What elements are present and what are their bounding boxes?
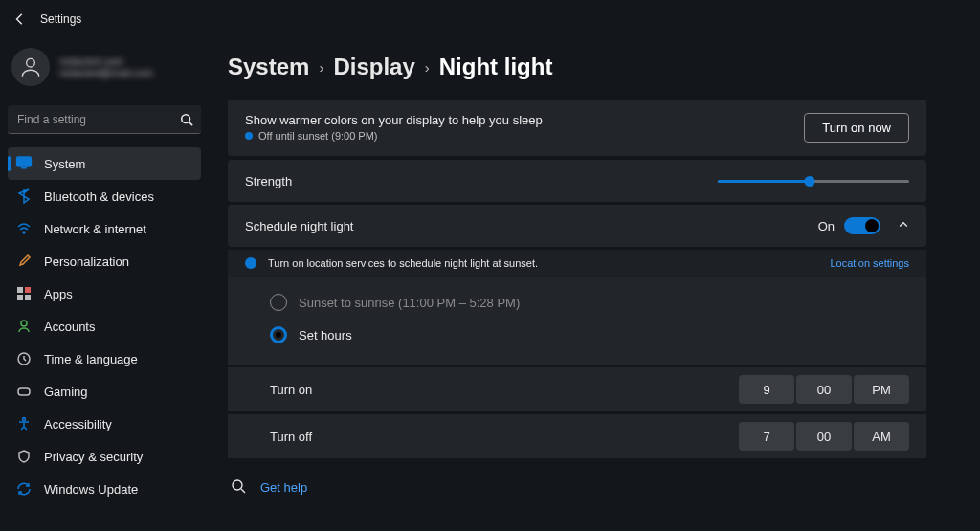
svg-point-4 xyxy=(23,232,25,233)
turn-on-time-row: Turn on 9 00 PM xyxy=(228,367,926,411)
turn-on-card: Show warmer colors on your display to he… xyxy=(228,100,926,156)
back-icon[interactable] xyxy=(13,12,27,26)
person-icon xyxy=(15,318,33,335)
svg-point-13 xyxy=(233,480,242,490)
help-icon xyxy=(232,479,247,495)
svg-rect-7 xyxy=(17,295,23,300)
svg-point-1 xyxy=(182,115,190,123)
search-input[interactable] xyxy=(8,105,201,134)
radio-set-hours[interactable]: Set hours xyxy=(228,319,926,351)
collapse-button[interactable] xyxy=(898,219,909,233)
chevron-right-icon: › xyxy=(425,59,430,76)
monitor-icon xyxy=(15,155,33,172)
svg-point-12 xyxy=(23,418,26,421)
schedule-label: Schedule night light xyxy=(245,219,818,233)
radio-icon xyxy=(270,294,287,311)
schedule-options: Sunset to sunrise (11:00 PM – 5:28 PM) S… xyxy=(228,277,926,365)
page-title: Night light xyxy=(439,54,553,80)
sidebar-item-update[interactable]: Windows Update xyxy=(8,473,201,505)
svg-rect-8 xyxy=(25,295,31,300)
svg-rect-2 xyxy=(17,157,32,166)
sidebar-item-privacy[interactable]: Privacy & security xyxy=(8,440,201,473)
schedule-toggle[interactable] xyxy=(844,217,880,234)
turn-off-minute[interactable]: 00 xyxy=(796,422,852,451)
svg-rect-6 xyxy=(25,287,31,293)
help-row: Get help xyxy=(228,479,926,495)
sidebar-item-label: Privacy & security xyxy=(44,450,143,464)
breadcrumb: System › Display › Night light xyxy=(228,54,926,80)
radio-selected-icon xyxy=(270,326,287,343)
turn-on-now-button[interactable]: Turn on now xyxy=(804,113,909,143)
search-icon xyxy=(180,113,193,126)
nav-list: System Bluetooth & devices Network & int… xyxy=(8,147,201,505)
sidebar-item-network[interactable]: Network & internet xyxy=(8,212,201,245)
location-settings-link[interactable]: Location settings xyxy=(830,257,909,269)
user-info: redacted user redacted@mail.com xyxy=(59,55,153,78)
location-notice: Turn on location services to schedule ni… xyxy=(228,250,926,277)
info-icon xyxy=(245,257,256,269)
sidebar-item-system[interactable]: System xyxy=(8,147,201,180)
turn-on-time-picker: 9 00 PM xyxy=(739,375,909,404)
turn-on-status: Off until sunset (9:00 PM) xyxy=(258,130,378,142)
access-icon xyxy=(15,415,33,432)
clock-icon xyxy=(15,350,33,367)
status-dot-icon xyxy=(245,132,253,140)
strength-slider[interactable] xyxy=(718,174,909,188)
search-box xyxy=(8,105,201,134)
schedule-row: Schedule night light On xyxy=(228,205,926,247)
sidebar-item-label: Gaming xyxy=(44,385,88,399)
grid-icon xyxy=(15,285,33,302)
slider-thumb-icon[interactable] xyxy=(805,176,815,187)
breadcrumb-system[interactable]: System xyxy=(228,54,309,80)
bluetooth-icon xyxy=(15,188,33,205)
breadcrumb-display[interactable]: Display xyxy=(333,54,414,80)
sidebar-item-label: Windows Update xyxy=(44,482,138,497)
chevron-right-icon: › xyxy=(319,59,323,76)
turn-on-label: Turn on xyxy=(270,383,739,397)
radio-sunset-label: Sunset to sunrise (11:00 PM – 5:28 PM) xyxy=(299,296,520,310)
turn-off-time-row: Turn off 7 00 AM xyxy=(228,414,926,458)
sidebar-item-gaming[interactable]: Gaming xyxy=(8,375,201,408)
schedule-state: On xyxy=(818,219,835,233)
turn-on-desc: Show warmer colors on your display to he… xyxy=(245,113,804,127)
strength-label: Strength xyxy=(245,174,718,188)
sidebar-item-label: Accounts xyxy=(44,320,95,334)
svg-rect-3 xyxy=(21,167,27,169)
sidebar-item-time[interactable]: Time & language xyxy=(8,343,201,375)
app-title: Settings xyxy=(40,12,81,26)
user-block[interactable]: redacted user redacted@mail.com xyxy=(8,44,201,101)
notice-text: Turn on location services to schedule ni… xyxy=(268,257,830,269)
turn-on-ampm[interactable]: PM xyxy=(854,375,909,404)
sidebar-item-label: Bluetooth & devices xyxy=(44,189,154,204)
sidebar-item-label: Apps xyxy=(44,287,73,301)
strength-row: Strength xyxy=(228,160,926,202)
get-help-link[interactable]: Get help xyxy=(260,480,307,495)
update-icon xyxy=(15,480,33,498)
sidebar-item-accounts[interactable]: Accounts xyxy=(8,310,201,343)
turn-off-ampm[interactable]: AM xyxy=(854,422,909,451)
sidebar-item-accessibility[interactable]: Accessibility xyxy=(8,408,201,440)
svg-point-0 xyxy=(27,58,35,67)
sidebar-item-apps[interactable]: Apps xyxy=(8,277,201,310)
sidebar-item-bluetooth[interactable]: Bluetooth & devices xyxy=(8,180,201,212)
sidebar-item-personalization[interactable]: Personalization xyxy=(8,245,201,277)
svg-rect-5 xyxy=(17,287,23,293)
svg-rect-11 xyxy=(18,388,30,395)
brush-icon xyxy=(15,253,33,270)
shield-icon xyxy=(15,448,33,465)
sidebar-item-label: Accessibility xyxy=(44,417,112,431)
sidebar-item-label: Personalization xyxy=(44,254,129,269)
sidebar-item-label: System xyxy=(44,157,85,171)
sidebar-item-label: Network & internet xyxy=(44,222,146,236)
radio-sunset[interactable]: Sunset to sunrise (11:00 PM – 5:28 PM) xyxy=(228,286,926,319)
svg-point-9 xyxy=(21,321,27,326)
radio-sethours-label: Set hours xyxy=(299,328,352,343)
turn-off-time-picker: 7 00 AM xyxy=(739,422,909,451)
turn-off-hour[interactable]: 7 xyxy=(739,422,794,451)
main-content: System › Display › Night light Show warm… xyxy=(209,38,980,531)
avatar xyxy=(11,48,50,86)
sidebar: redacted user redacted@mail.com System B… xyxy=(0,38,209,531)
turn-on-hour[interactable]: 9 xyxy=(739,375,794,404)
turn-on-minute[interactable]: 00 xyxy=(796,375,852,404)
gamepad-icon xyxy=(15,383,33,400)
